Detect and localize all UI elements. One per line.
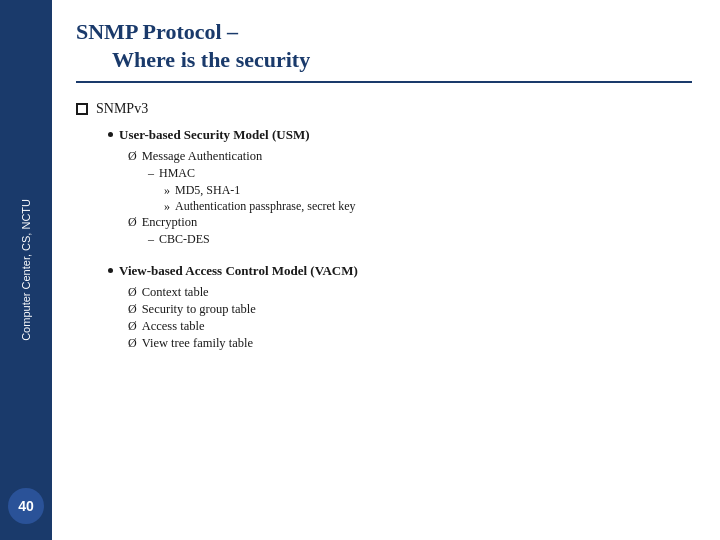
view-tree-item: Ø View tree family table: [128, 336, 692, 351]
sub-auth: Ø Message Authentication: [128, 149, 692, 164]
hmac-item: – HMAC: [148, 166, 692, 181]
dash-icon: –: [148, 166, 154, 181]
view-tree-label: View tree family table: [142, 336, 253, 351]
security-group-label: Security to group table: [142, 302, 256, 317]
cbc-item: – CBC-DES: [148, 232, 692, 247]
hmac-label: HMAC: [159, 166, 195, 181]
arrow-icon6: Ø: [128, 336, 137, 351]
vacm-label: View-based Access Control Model (VACM): [119, 263, 358, 278]
sub-sub-cbc: – CBC-DES: [148, 232, 692, 247]
security-group-item: Ø Security to group table: [128, 302, 692, 317]
usm-label: User-based Security Model (USM): [119, 127, 310, 142]
access-table-item: Ø Access table: [128, 319, 692, 334]
bullet-icon2: »: [164, 199, 170, 214]
passphrase-item: » Authentication passphrase, secret key: [164, 199, 692, 214]
arrow-icon3: Ø: [128, 285, 137, 300]
main-content: SNMP Protocol – Where is the security SN…: [52, 0, 720, 540]
section-snmpv3: SNMPv3: [76, 101, 692, 117]
arrow-icon: Ø: [128, 149, 137, 164]
md5-sha-item: » MD5, SHA-1: [164, 183, 692, 198]
bullet-dot-icon2: [108, 268, 113, 273]
sub-list-auth: Ø Message Authentication – HMAC » MD5, S…: [128, 149, 692, 247]
page-number: 40: [8, 488, 44, 524]
sidebar: Computer Center, CS, NCTU 40: [0, 0, 52, 540]
bullet-dot-icon: [108, 132, 113, 137]
bullet-usm-label: User-based Security Model (USM): [108, 127, 692, 143]
section-label-text: SNMPv3: [96, 101, 148, 117]
bullet-vacm: View-based Access Control Model (VACM) Ø…: [76, 263, 692, 355]
bullet-usm: User-based Security Model (USM) Ø Messag…: [76, 127, 692, 251]
vacm-sub-list: Ø Context table Ø Security to group tabl…: [128, 285, 692, 351]
context-table-item: Ø Context table: [128, 285, 692, 300]
arrow-icon5: Ø: [128, 319, 137, 334]
arrow-icon2: Ø: [128, 215, 137, 230]
square-icon: [76, 103, 88, 115]
sidebar-label: Computer Center, CS, NCTU: [19, 199, 33, 341]
slide-title: SNMP Protocol – Where is the security: [76, 18, 692, 83]
passphrase-label: Authentication passphrase, secret key: [175, 199, 356, 214]
auth-label: Message Authentication: [142, 149, 262, 164]
context-table-label: Context table: [142, 285, 209, 300]
bullet-vacm-label: View-based Access Control Model (VACM): [108, 263, 692, 279]
cbc-label: CBC-DES: [159, 232, 210, 247]
access-table-label: Access table: [142, 319, 205, 334]
sub-encryption: Ø Encryption: [128, 215, 692, 230]
sub-sub-hmac: – HMAC » MD5, SHA-1 » Authentication pas…: [148, 166, 692, 214]
title-line2: Where is the security: [76, 46, 692, 74]
hmac-details: » MD5, SHA-1 » Authentication passphrase…: [164, 183, 692, 214]
bullet-icon: »: [164, 183, 170, 198]
title-line1: SNMP Protocol –: [76, 18, 692, 46]
arrow-icon4: Ø: [128, 302, 137, 317]
dash-icon2: –: [148, 232, 154, 247]
encryption-label: Encryption: [142, 215, 198, 230]
md5-sha-label: MD5, SHA-1: [175, 183, 240, 198]
